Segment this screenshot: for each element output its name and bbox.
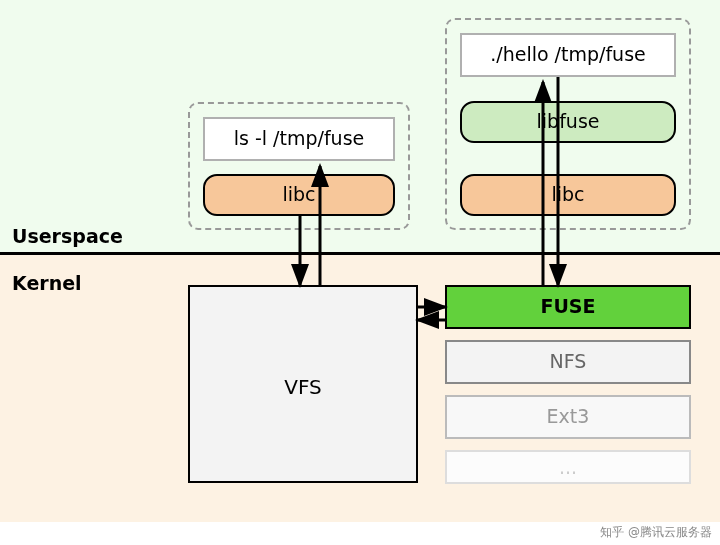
- fs-more: ...: [445, 450, 691, 484]
- kernel-label: Kernel: [12, 272, 82, 294]
- libc-right: libc: [460, 174, 676, 216]
- footer-attribution: 知乎 @腾讯云服务器: [600, 524, 712, 541]
- libfuse: libfuse: [460, 101, 676, 143]
- vfs-box: VFS: [188, 285, 418, 483]
- command-hello: ./hello /tmp/fuse: [460, 33, 676, 77]
- userspace-kernel-divider: [0, 252, 720, 255]
- command-ls: ls -l /tmp/fuse: [203, 117, 395, 161]
- fs-fuse: FUSE: [445, 285, 691, 329]
- fs-nfs: NFS: [445, 340, 691, 384]
- libc-left: libc: [203, 174, 395, 216]
- fs-ext3: Ext3: [445, 395, 691, 439]
- userspace-label: Userspace: [12, 225, 123, 247]
